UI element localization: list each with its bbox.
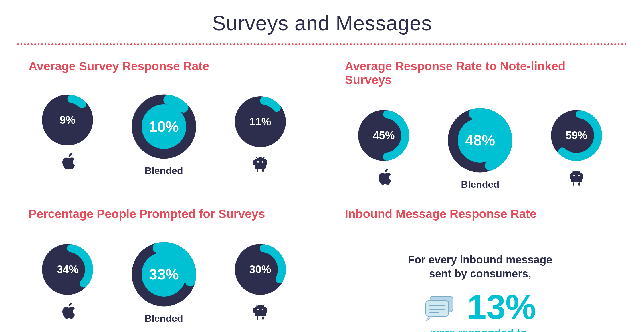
ios-icon-note (375, 167, 392, 188)
inbound-value-row: 13% (424, 290, 536, 324)
donut-ios-prompted: 34% (42, 244, 93, 295)
avg-survey-section: Average Survey Response Rate (17, 59, 311, 190)
svg-point-36 (573, 175, 575, 176)
svg-rect-14 (257, 169, 258, 172)
dotted-divider (17, 43, 627, 45)
donut-label-blended-avg: 10% (149, 118, 179, 135)
svg-point-16 (257, 161, 259, 163)
avg-note-blended: 48% Blended (447, 107, 513, 190)
avg-survey-android: 11% (235, 96, 286, 174)
page-title: Surveys and Messages (17, 11, 627, 35)
chat-icon (424, 291, 459, 323)
svg-rect-53 (266, 308, 267, 313)
donut-label-ios-avg: 9% (60, 114, 75, 126)
pct-prompted-ios: 34% (42, 244, 93, 322)
avg-note-ios: 45% (358, 110, 409, 188)
blended-label-note: Blended (461, 179, 499, 190)
svg-rect-34 (573, 182, 574, 186)
donut-label-blended-prompted: 33% (149, 266, 179, 283)
pct-prompted-blended: 33% Blended (131, 241, 197, 324)
svg-rect-55 (262, 316, 264, 320)
section-divider-2 (345, 93, 616, 93)
avg-note-title: Average Response Rate to Note-linked Sur… (345, 59, 616, 87)
svg-rect-32 (570, 174, 571, 179)
section-divider-1 (29, 79, 299, 79)
android-icon-prompted (252, 301, 269, 322)
donut-ios-avg: 9% (42, 94, 93, 146)
avg-survey-title: Average Survey Response Rate (29, 59, 299, 73)
ios-icon-prompted (59, 301, 76, 322)
donut-label-ios-note: 45% (373, 129, 395, 141)
svg-rect-13 (266, 160, 267, 165)
inbound-footer: were responded to. (430, 327, 530, 332)
svg-rect-33 (582, 174, 583, 179)
inbound-description: For every inbound message sent by consum… (408, 253, 552, 281)
svg-point-17 (262, 161, 263, 163)
avg-survey-charts: 9% (29, 94, 299, 176)
svg-rect-54 (257, 316, 258, 320)
avg-note-charts: 45% (345, 107, 616, 190)
donut-label-blended-note: 48% (465, 132, 495, 149)
donut-label-android-avg: 11% (249, 115, 271, 128)
svg-rect-52 (253, 308, 255, 313)
svg-rect-35 (578, 182, 580, 186)
avg-survey-ios: 9% (42, 94, 93, 176)
svg-rect-12 (253, 160, 255, 165)
donut-blended-avg: 10% (131, 94, 197, 159)
pct-prompted-android: 30% (235, 244, 286, 322)
avg-note-section: Average Response Rate to Note-linked Sur… (334, 59, 627, 190)
pct-prompted-section: Percentage People Prompted for Surveys 3… (17, 207, 311, 332)
sections-grid: Average Survey Response Rate (17, 59, 627, 332)
inbound-percent: 13% (467, 290, 536, 324)
inbound-desc-line1: For every inbound message (408, 254, 552, 266)
inbound-content: For every inbound message sent by consum… (345, 241, 616, 332)
android-icon-avg (252, 153, 269, 174)
section-divider-3 (29, 227, 299, 227)
avg-note-android: 59% (551, 110, 602, 188)
pct-prompted-title: Percentage People Prompted for Surveys (29, 207, 299, 221)
blended-label-prompted: Blended (145, 313, 183, 324)
donut-label-android-note: 59% (566, 129, 587, 141)
donut-android-prompted: 30% (235, 244, 286, 295)
blended-label-avg: Blended (145, 165, 183, 176)
page-container: Surveys and Messages Average Survey Resp… (0, 0, 644, 332)
inbound-section: Inbound Message Response Rate For every … (334, 207, 627, 332)
inbound-title: Inbound Message Response Rate (345, 207, 616, 221)
pct-prompted-charts: 34% (29, 241, 299, 324)
ios-icon (59, 151, 76, 176)
svg-point-37 (578, 175, 580, 176)
svg-point-57 (262, 309, 263, 310)
android-icon-note (568, 167, 585, 188)
donut-blended-prompted: 33% (131, 241, 197, 307)
donut-label-android-prompted: 30% (249, 263, 271, 275)
donut-ios-note: 45% (358, 110, 409, 161)
donut-android-note: 59% (551, 110, 602, 161)
donut-blended-note: 48% (447, 107, 513, 173)
inbound-desc-line2: sent by consumers, (429, 268, 531, 280)
section-divider-4 (345, 227, 616, 227)
donut-android-avg: 11% (235, 96, 286, 147)
svg-marker-68 (426, 316, 433, 321)
svg-rect-15 (262, 169, 264, 172)
svg-point-56 (257, 309, 259, 310)
avg-survey-blended: 10% Blended (131, 94, 197, 176)
svg-rect-64 (426, 301, 449, 316)
donut-label-ios-prompted: 34% (57, 263, 78, 275)
